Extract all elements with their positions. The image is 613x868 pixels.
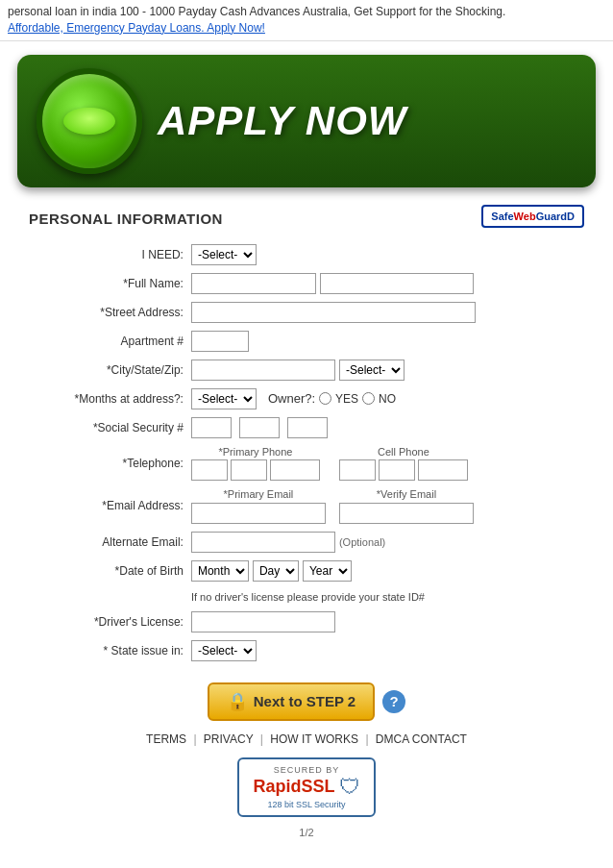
alt-email-cell: (Optional) bbox=[187, 528, 584, 557]
primary-email-label: *Primary Email bbox=[191, 488, 326, 500]
ssn-row: *Social Security # bbox=[29, 413, 584, 442]
dmca-link[interactable]: DMCA CONTACT bbox=[376, 732, 467, 746]
apply-now-text[interactable]: APPLY NOW bbox=[158, 98, 406, 144]
green-circle-button[interactable] bbox=[37, 68, 142, 174]
full-name-label: *Full Name: bbox=[29, 269, 187, 298]
street-address-row: *Street Address: bbox=[29, 298, 584, 327]
city-input[interactable] bbox=[191, 360, 335, 381]
ssl-brand: RapidSSL bbox=[253, 777, 334, 797]
dob-cell: Month Day Year bbox=[187, 557, 584, 585]
primary-email-input[interactable] bbox=[191, 503, 326, 524]
state-issue-row: * State issue in: -Select- bbox=[29, 636, 584, 665]
dob-label: *Date of Birth bbox=[29, 557, 187, 585]
dl-input[interactable] bbox=[191, 611, 335, 632]
verify-email-input[interactable] bbox=[339, 503, 474, 524]
ssn-cell bbox=[187, 413, 584, 442]
how-link[interactable]: HOW IT WORKS bbox=[270, 732, 358, 746]
sep1: | bbox=[193, 732, 196, 746]
cell-area-input[interactable] bbox=[339, 459, 376, 481]
double-phone-row: *Primary Phone Cell Phone bbox=[191, 446, 580, 481]
city-state-zip-row: *City/State/Zip: -Select- bbox=[29, 356, 584, 384]
dob-row: *Date of Birth Month Day Year bbox=[29, 557, 584, 585]
primary-prefix-input[interactable] bbox=[231, 459, 267, 481]
email-header-row: *Email Address: *Primary Email *Verify E… bbox=[29, 484, 584, 528]
months-owner-group: -Select- Owner?: YES NO bbox=[191, 388, 580, 409]
full-name-row: *Full Name: bbox=[29, 269, 584, 298]
optional-label: (Optional) bbox=[339, 536, 385, 548]
owner-yes-radio[interactable] bbox=[319, 392, 331, 405]
cell-prefix-input[interactable] bbox=[379, 459, 415, 481]
next-btn-label: Next to STEP 2 bbox=[254, 693, 356, 709]
phone-header-cell: *Primary Phone Cell Phone bbox=[187, 442, 584, 484]
state-issue-select[interactable]: -Select- bbox=[191, 640, 257, 661]
state-issue-label: * State issue in: bbox=[29, 636, 187, 665]
cell-phone-group bbox=[339, 459, 468, 481]
alt-email-group: (Optional) bbox=[191, 532, 580, 553]
primary-phone-label: *Primary Phone bbox=[191, 446, 320, 458]
apartment-label: Apartment # bbox=[29, 327, 187, 356]
apartment-cell bbox=[187, 327, 584, 356]
owner-radio-group: YES NO bbox=[319, 392, 396, 406]
sep2: | bbox=[260, 732, 263, 746]
months-owner-row: *Months at address?: -Select- Owner?: YE… bbox=[29, 384, 584, 413]
verify-email-label: *Verify Email bbox=[339, 488, 474, 500]
i-need-cell: -Select- bbox=[187, 240, 584, 269]
owner-no-radio[interactable] bbox=[362, 392, 375, 405]
banner-link[interactable]: Affordable, Emergency Payday Loans. Appl… bbox=[8, 21, 265, 35]
email-header-cell: *Primary Email *Verify Email bbox=[187, 484, 584, 528]
alt-email-row: Alternate Email: (Optional) bbox=[29, 528, 584, 557]
alt-email-label: Alternate Email: bbox=[29, 528, 187, 557]
owner-label: Owner?: bbox=[268, 391, 315, 406]
state-select[interactable]: -Select- bbox=[339, 360, 405, 381]
next-button-area: 🔒 Next to STEP 2 ? bbox=[29, 682, 584, 721]
dl-note-text: If no driver's license please provide yo… bbox=[191, 591, 425, 603]
state-issue-cell: -Select- bbox=[187, 636, 584, 665]
badge-safe: Safe bbox=[491, 211, 513, 222]
city-state-zip-cell: -Select- bbox=[187, 356, 584, 384]
primary-area-input[interactable] bbox=[191, 459, 228, 481]
primary-email-col: *Primary Email bbox=[191, 488, 326, 524]
dl-row: *Driver's License: bbox=[29, 608, 584, 636]
terms-link[interactable]: TERMS bbox=[146, 732, 186, 746]
full-name-cell bbox=[187, 269, 584, 298]
primary-line-input[interactable] bbox=[270, 459, 320, 481]
i-need-select[interactable]: -Select- bbox=[191, 244, 257, 265]
last-name-input[interactable] bbox=[320, 273, 474, 294]
months-select[interactable]: -Select- bbox=[191, 388, 257, 409]
dob-group: Month Day Year bbox=[191, 560, 580, 582]
primary-phone-group bbox=[191, 459, 320, 481]
lock-icon: 🔒 bbox=[227, 691, 248, 712]
badge-suffix: D bbox=[567, 211, 575, 222]
cell-line-input[interactable] bbox=[418, 459, 468, 481]
help-icon[interactable]: ? bbox=[382, 690, 405, 713]
first-name-input[interactable] bbox=[191, 273, 316, 294]
ssn-part2[interactable] bbox=[239, 417, 280, 438]
dob-month-select[interactable]: Month bbox=[191, 560, 249, 582]
i-need-label: I NEED: bbox=[29, 240, 187, 269]
street-address-input[interactable] bbox=[191, 302, 476, 323]
ssl-brand-row: RapidSSL 🛡 bbox=[253, 775, 359, 800]
dl-note-row: If no driver's license please provide yo… bbox=[29, 585, 584, 608]
telephone-label: *Telephone: bbox=[29, 442, 187, 484]
green-circle-inner bbox=[63, 108, 115, 135]
section-header-row: SafeWebGuardD PERSONAL INFORMATION bbox=[29, 211, 584, 240]
personal-info-form: I NEED: -Select- *Full Name: bbox=[29, 240, 584, 665]
ssn-part1[interactable] bbox=[191, 417, 232, 438]
ssn-label: *Social Security # bbox=[29, 413, 187, 442]
street-address-label: *Street Address: bbox=[29, 298, 187, 327]
dob-year-select[interactable]: Year bbox=[303, 560, 352, 582]
badge-web: Web bbox=[514, 211, 536, 222]
apartment-input[interactable] bbox=[191, 331, 249, 352]
ssn-part3[interactable] bbox=[287, 417, 328, 438]
privacy-link[interactable]: PRIVACY bbox=[204, 732, 254, 746]
next-step-button[interactable]: 🔒 Next to STEP 2 bbox=[208, 682, 375, 721]
no-label: NO bbox=[379, 392, 396, 406]
ssl-shield-icon: 🛡 bbox=[339, 775, 360, 800]
i-need-row: I NEED: -Select- bbox=[29, 240, 584, 269]
dob-day-select[interactable]: Day bbox=[253, 560, 299, 582]
banner-text: personal loan in india 100 - 1000 Payday… bbox=[8, 5, 505, 18]
email-header-group: *Primary Email *Verify Email bbox=[191, 488, 580, 524]
badge-guard: Guard bbox=[536, 211, 567, 222]
alt-email-input[interactable] bbox=[191, 532, 335, 553]
street-address-cell bbox=[187, 298, 584, 327]
